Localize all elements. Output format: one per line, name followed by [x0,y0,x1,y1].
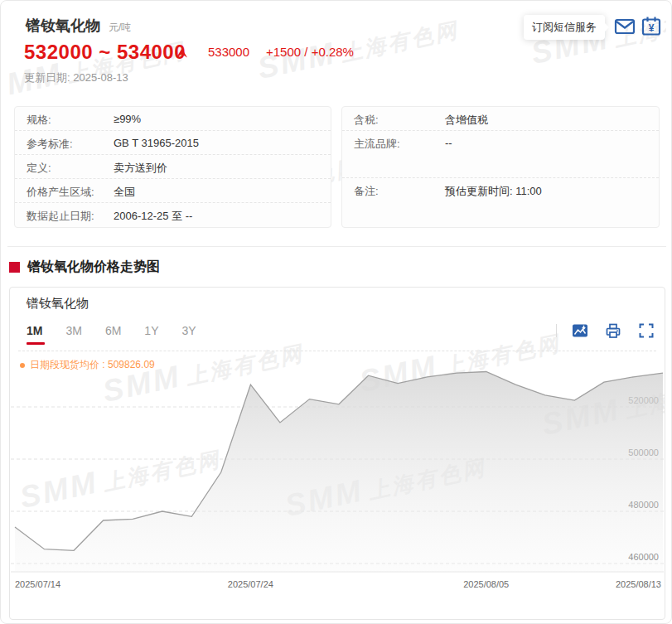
section-bullet-icon [9,262,20,273]
table-row: 含税:含增值税 [342,107,659,131]
row-value: 2006-12-25 至 -- [114,209,192,227]
chart-toolbar [556,322,655,339]
legend-label: 日期段现货均价 : 509826.09 [30,358,155,372]
price-area [15,372,663,573]
price-subscribe-icon[interactable]: ¥ [641,16,662,37]
svg-text:¥: ¥ [649,22,655,34]
chart-title: 镨钕氧化物 [27,296,89,312]
row-label: 定义: [27,161,114,178]
price-unit: 元/吨 [109,21,131,35]
tab-1m[interactable]: 1M [27,324,42,345]
x-tick-label: 2025/07/24 [228,579,273,589]
print-icon[interactable] [605,322,621,339]
smm-price-page: SMM上海有色网SMM上海有色网SMM上海有色网SMM上海有色网SMM上海有色网… [0,0,672,624]
table-row: 参考标准:GB T 31965-2015 [15,131,331,155]
product-title: 镨钕氧化物 [26,16,100,36]
update-date-label: 更新日期: [24,71,70,84]
download-image-icon[interactable] [572,322,588,339]
table-row: 规格:≥99% [15,107,331,131]
row-label: 主流品牌: [354,137,445,177]
tab-6m[interactable]: 6M [105,324,121,345]
fullscreen-icon[interactable] [638,322,655,339]
row-value: 预估更新时间: 11:00 [445,184,542,227]
row-label: 备注: [354,184,445,227]
price-low: 532000 [24,41,93,63]
legend-dot-icon [20,363,25,368]
table-row: 主流品牌:-- [342,131,659,178]
tab-3m[interactable]: 3M [65,324,81,345]
price-change: +1500 / +0.28% [266,45,354,59]
update-date-row: 更新日期: 2025-08-13 [24,70,128,85]
tab-3y[interactable]: 3Y [181,324,196,345]
average-price: 533000 [208,45,249,59]
row-label: 价格产生区域: [27,185,114,202]
row-value: GB T 31965-2015 [114,137,199,154]
row-value: 卖方送到价 [114,161,167,178]
row-label: 数据起止日期: [27,209,114,227]
range-tabs: 1M3M6M1Y3Y [27,324,220,345]
row-value: ≥99% [114,113,141,130]
tab-1y[interactable]: 1Y [144,324,158,345]
chart-legend[interactable]: 日期段现货均价 : 509826.09 [20,358,155,372]
price-range: 532000 ~ 534000 [24,41,186,64]
row-label: 参考标准: [27,137,114,154]
price-up-icon [176,48,188,59]
spec-table-right: 含税:含增值税主流品牌:--备注:预估更新时间: 11:00 [341,106,660,228]
update-date-value: 2025-08-13 [73,71,128,84]
spec-table-left: 规格:≥99%参考标准:GB T 31965-2015定义:卖方送到价价格产生区… [14,106,331,228]
section-title: 镨钕氧化物价格走势图 [27,259,160,276]
price-trend-card: SMM上海有色网SMM上海有色网SMM上海有色网SMM上海有色网SMM上海有色网… [9,287,665,620]
x-tick-label: 2025/07/14 [15,579,60,589]
x-tick-label: 2025/08/13 [616,579,661,589]
price-tilde: ~ [99,41,111,63]
table-row: 数据起止日期:2006-12-25 至 -- [15,203,331,227]
table-row: 定义:卖方送到价 [15,155,331,179]
table-row: 备注:预估更新时间: 11:00 [342,178,659,227]
row-value: 含增值税 [445,113,488,130]
row-value: -- [445,137,452,177]
row-value: 全国 [114,185,135,202]
row-label: 规格: [27,113,114,130]
row-label: 含税: [354,113,445,130]
toolbar-divider [556,324,557,337]
legend-separator [18,351,656,351]
price-header-card: SMM上海有色网SMM上海有色网SMM上海有色网SMM上海有色网SMM上海有色网… [7,6,666,247]
subscribe-sms-label: 订阅短信服务 [532,20,597,35]
x-tick-label: 2025/08/05 [463,579,509,589]
table-row: 价格产生区域:全国 [15,179,331,203]
section-header: 镨钕氧化物价格走势图 [9,259,160,276]
subscribe-sms-button[interactable]: 订阅短信服务 [524,15,605,40]
mail-subscribe-icon[interactable] [614,16,636,37]
